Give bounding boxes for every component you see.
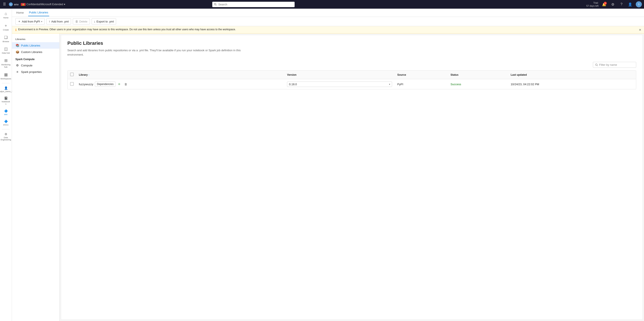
sidebar-custom-libraries[interactable]: 📦 Custom Libraries <box>12 49 59 55</box>
account-icon[interactable]: 👤 <box>627 1 633 7</box>
table-row: fuzzywuzzy Dependencies ⚛ 🗑 <box>68 79 636 89</box>
link-icon-button[interactable]: ⚛ <box>116 81 122 87</box>
svg-line-1 <box>216 5 216 5</box>
leftnav: ⌂ Home ＋ Create ❑ Browse ◫ Data hub ⊞ Mo… <box>0 9 12 321</box>
sidebar-compute[interactable]: ⚙ Compute <box>12 62 59 69</box>
th-library[interactable]: Library ↑ <box>76 71 284 79</box>
dependencies-button[interactable]: Dependencies <box>95 82 116 87</box>
waffle-icon[interactable]: ⠿ <box>2 1 7 7</box>
add-yml-label: Add from .yml <box>51 20 69 23</box>
sidebar-item-create[interactable]: ＋ Create <box>0 21 11 33</box>
th-version: Version <box>284 71 395 79</box>
notifications-icon[interactable]: 🔔 4 <box>601 1 607 7</box>
sidebar: Libraries 📚 Public Libraries 📦 Custom Li… <box>12 33 60 321</box>
monitoring-icon: ⊞ <box>4 58 8 63</box>
library-column-header: Library <box>79 73 88 76</box>
workspaces-label: Workspaces <box>0 78 11 80</box>
custom-libraries-icon: 📦 <box>16 50 19 54</box>
tab-home[interactable]: Home <box>16 9 25 16</box>
th-status: Status <box>448 71 508 79</box>
source-value: PyPI <box>397 83 403 86</box>
compute-icon: ⚙ <box>16 64 19 67</box>
content-area: Libraries 📚 Public Libraries 📦 Custom Li… <box>12 33 644 321</box>
public-libraries-icon: 📚 <box>16 44 19 47</box>
env-label: e env <box>9 2 19 6</box>
filter-bar: Filter by name <box>67 62 636 68</box>
help-icon[interactable]: ? <box>618 1 624 7</box>
dependencies-label: Dependencies <box>97 83 114 86</box>
confidential-badge: 🔒 <box>21 3 26 6</box>
filter-placeholder: Filter by name <box>599 63 617 66</box>
export-button[interactable]: ↓ Export to .yml <box>92 18 116 24</box>
sidebar-item-browse[interactable]: ❑ Browse <box>0 33 11 45</box>
status-cell: Success <box>448 79 508 89</box>
th-checkbox <box>68 71 76 79</box>
row-actions: Dependencies ⚛ 🗑 <box>95 81 128 87</box>
dataeng-label: Data Engineering <box>1 137 11 141</box>
sidebar-item-datahub[interactable]: ◫ Data hub <box>0 45 11 56</box>
version-dropdown-arrow: ▾ <box>389 83 390 85</box>
confidential-label[interactable]: 🔒 Confidential\Microsoft Extended ▾ <box>21 3 65 6</box>
tab-public-libraries[interactable]: Public Libraries <box>28 9 49 16</box>
version-dropdown[interactable]: 0.18.0 ▾ <box>287 82 392 87</box>
trial-days: 57 days left <box>586 4 598 7</box>
svg-point-2 <box>596 64 597 66</box>
status-column-header: Status <box>450 73 458 76</box>
chevron-down-icon: ▾ <box>64 3 65 6</box>
table-header-row: Library ↑ Version Source <box>68 71 636 79</box>
create-icon: ＋ <box>4 23 8 28</box>
env-nav-icon: 🔷 <box>4 109 8 113</box>
sidebar-item-workspaces[interactable]: ▦ Workspaces <box>0 71 11 82</box>
sidebar-spark-properties[interactable]: ≡ Spark properties <box>12 69 59 75</box>
add-yml-button[interactable]: ↑ Add from .yml <box>46 18 71 24</box>
compute-label: Compute <box>21 64 32 67</box>
search-container <box>212 2 294 7</box>
sidebar-public-libraries[interactable]: 📚 Public Libraries <box>12 42 59 49</box>
sidebar-item-env[interactable]: 🔷 env <box>0 108 11 118</box>
monitoring-label: Monitoring hub <box>1 64 10 68</box>
datahub-label: Data hub <box>2 52 10 54</box>
settings-icon[interactable]: ⚙ <box>610 1 616 7</box>
main-panel: Public Libraries Search and add librarie… <box>61 35 642 319</box>
status-badge: Success <box>450 83 461 86</box>
page-title: Public Libraries <box>67 40 636 46</box>
trial-info: Trial: 57 days left <box>586 1 598 7</box>
main-area: Home Public Libraries ＋ Add from PyPI ▾ … <box>12 9 644 321</box>
add-icon: ＋ <box>18 19 21 23</box>
spark-properties-icon: ≡ <box>16 70 19 74</box>
select-all-checkbox[interactable] <box>70 73 74 76</box>
sidebar-item-notebook1[interactable]: 📓 Notebook 1 <box>0 95 11 107</box>
upload-icon: ↑ <box>49 20 50 23</box>
layout: ⌂ Home ＋ Create ❑ Browse ◫ Data hub ⊞ Mo… <box>0 9 644 321</box>
add-pypi-button[interactable]: ＋ Add from PyPI ▾ <box>16 18 44 25</box>
sidebar-item-home[interactable]: ⌂ Home <box>0 10 11 21</box>
sidebar-item-dataeng[interactable]: ⚙ Data Engineering <box>0 131 11 143</box>
sort-icon: ↑ <box>88 74 90 76</box>
svg-line-3 <box>597 65 598 66</box>
alert-banner: ℹ Environment is in Preview. Other users… <box>12 26 644 33</box>
sidebar-item-shuaijun[interactable]: 👤 Shuaijun_Demo_Env <box>0 85 11 95</box>
leftnav-divider2 <box>2 129 10 129</box>
delete-button[interactable]: 🗑 Delete <box>73 18 90 24</box>
tabbar: Home Public Libraries <box>12 9 644 17</box>
avatar[interactable]: S <box>636 1 642 7</box>
toolbar: ＋ Add from PyPI ▾ ↑ Add from .yml 🗑 Dele… <box>12 17 644 26</box>
trial-label: Trial: <box>586 1 598 4</box>
delete-row-button[interactable]: 🗑 <box>123 81 128 87</box>
last-updated-column-header: Last updated <box>510 73 527 76</box>
filter-input[interactable]: Filter by name <box>593 62 636 68</box>
spark-compute-section-title: Spark Compute <box>12 55 59 62</box>
alert-close-button[interactable]: ✕ <box>639 28 642 32</box>
topbar: ⠿ e env 🔒 Confidential\Microsoft Extende… <box>0 0 644 9</box>
library-table: Library ↑ Version Source <box>67 70 636 89</box>
browse-icon: ❑ <box>4 35 8 40</box>
sidebar-item-monitoring[interactable]: ⊞ Monitoring hub <box>0 56 11 70</box>
env-name: env <box>14 3 19 6</box>
env-nav-label: env <box>4 113 8 116</box>
notification-count: 4 <box>604 2 607 5</box>
search-input[interactable] <box>212 2 294 7</box>
shuaijun-icon: 👤 <box>4 86 8 90</box>
libraries-section-title: Libraries <box>12 37 59 42</box>
row-checkbox[interactable] <box>70 82 74 86</box>
sidebar-item-env11[interactable]: 🔷 env11 <box>0 118 11 128</box>
